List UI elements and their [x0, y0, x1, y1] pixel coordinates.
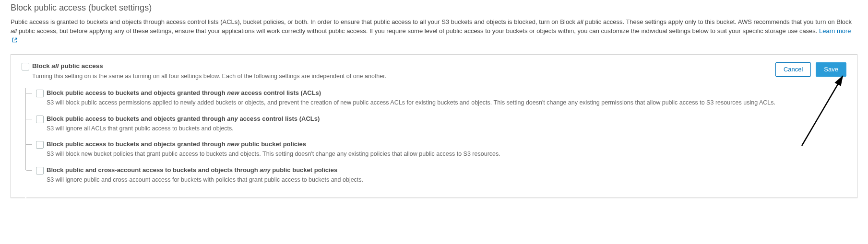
sub-checkbox-any-policies[interactable] — [36, 167, 44, 174]
sub-title-suffix: access control lists (ACLs) — [239, 89, 321, 96]
tree-branch-icon — [25, 119, 32, 119]
desc-text-2: public access. These settings apply only… — [583, 18, 852, 25]
action-buttons: Cancel Save — [775, 62, 846, 77]
tree-branch-icon — [25, 144, 32, 145]
save-button[interactable]: Save — [816, 62, 846, 77]
sub-checkbox-new-acls[interactable] — [36, 90, 44, 97]
desc-em-1: all — [577, 18, 583, 25]
sub-title-any-acls: Block public access to buckets and objec… — [47, 115, 320, 122]
sub-title-prefix: Block public and cross-account access to… — [47, 166, 260, 174]
sub-title-suffix: public bucket policies — [271, 166, 337, 174]
sub-title-prefix: Block public access to buckets and objec… — [47, 89, 227, 96]
sub-title-em: new — [227, 140, 239, 148]
learn-more-text: Learn more — [819, 27, 851, 35]
sub-checkbox-new-policies[interactable] — [36, 141, 44, 149]
sub-desc-new-acls: S3 will block public access permissions … — [47, 99, 846, 107]
cancel-button[interactable]: Cancel — [775, 62, 811, 77]
block-all-title-suffix: public access — [59, 62, 103, 70]
sub-option-any-policies: Block public and cross-account access to… — [25, 166, 846, 185]
block-all-desc: Turning this setting on is the same as t… — [32, 72, 766, 81]
desc-text-1: Public access is granted to buckets and … — [11, 18, 577, 25]
block-all-title-prefix: Block — [32, 62, 52, 70]
tree-branch-icon — [25, 93, 32, 93]
section-title: Block public access (bucket settings) — [11, 3, 857, 13]
sub-desc-new-policies: S3 will block new bucket policies that g… — [47, 150, 846, 159]
desc-text-3: public access, but before applying any o… — [17, 27, 819, 35]
sub-title-prefix: Block public access to buckets and objec… — [47, 140, 227, 148]
sub-checkbox-any-acls[interactable] — [36, 116, 44, 123]
block-all-title: Block all public access — [32, 62, 103, 70]
block-all-title-em: all — [52, 62, 59, 70]
sub-option-new-acls: Block public access to buckets and objec… — [25, 89, 846, 107]
sub-title-em: any — [227, 115, 238, 122]
sub-option-new-policies: Block public access to buckets and objec… — [25, 140, 846, 159]
sub-options-list: Block public access to buckets and objec… — [25, 89, 846, 184]
sub-title-new-acls: Block public access to buckets and objec… — [47, 89, 321, 96]
sub-title-em: new — [227, 89, 239, 96]
tree-stop — [25, 170, 26, 199]
desc-em-2: all — [11, 27, 17, 35]
external-link-icon — [12, 36, 17, 46]
sub-option-any-acls: Block public access to buckets and objec… — [25, 115, 846, 133]
block-all-checkbox[interactable] — [22, 63, 29, 70]
sub-title-em: any — [260, 166, 270, 174]
sub-desc-any-policies: S3 will ignore public and cross-account … — [47, 176, 846, 185]
section-description: Public access is granted to buckets and … — [11, 18, 857, 46]
block-all-public-access-option: Block all public access Turning this set… — [22, 62, 766, 81]
settings-panel: Block all public access Turning this set… — [11, 54, 857, 198]
sub-title-suffix: public bucket policies — [239, 140, 306, 148]
sub-title-prefix: Block public access to buckets and objec… — [47, 115, 227, 122]
sub-desc-any-acls: S3 will ignore all ACLs that grant publi… — [47, 125, 846, 133]
sub-title-suffix: access control lists (ACLs) — [238, 115, 320, 122]
tree-branch-icon — [25, 170, 32, 171]
sub-title-any-policies: Block public and cross-account access to… — [47, 166, 337, 174]
sub-title-new-policies: Block public access to buckets and objec… — [47, 140, 306, 148]
